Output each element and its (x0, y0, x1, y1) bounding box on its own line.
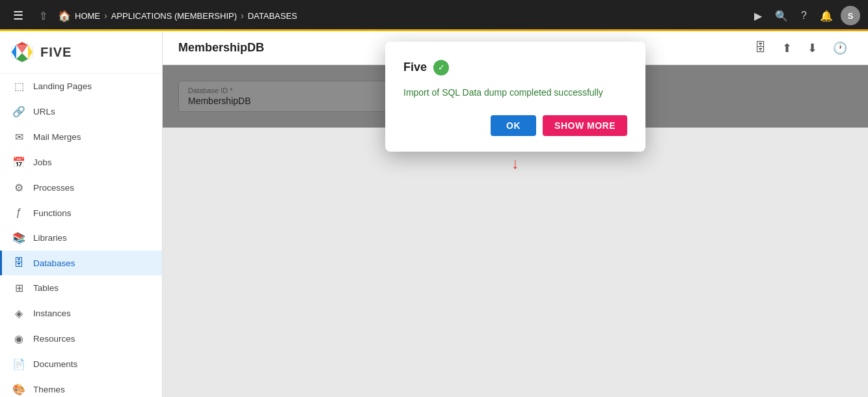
sidebar-label-landing-pages: Landing Pages (33, 81, 92, 91)
sidebar-item-jobs[interactable]: 📅 Jobs (0, 150, 162, 175)
header-actions: 🗄 ⬆ ⬇ 🕐 (750, 38, 852, 58)
upload-icon-btn[interactable]: ⬆ (777, 38, 797, 58)
sidebar-logo: FIVE (0, 31, 162, 74)
sidebar-label-functions: Functions (33, 208, 72, 218)
sidebar-item-mail-merges[interactable]: ✉ Mail Merges (0, 124, 162, 150)
main-content: MembershipDB 🗄 ⬆ ⬇ 🕐 Database ID * Membe… (163, 31, 868, 397)
urls-icon: 🔗 (12, 105, 25, 118)
tables-icon: ⊞ (12, 282, 25, 294)
search-button[interactable]: 🔍 (770, 6, 793, 26)
help-button[interactable]: ? (796, 6, 812, 25)
sidebar-item-tables[interactable]: ⊞ Tables (0, 275, 162, 301)
dialog-title: Five (403, 61, 427, 74)
sidebar-label-jobs: Jobs (33, 157, 52, 167)
sidebar-label-resources: Resources (33, 334, 75, 344)
sidebar-label-tables: Tables (33, 283, 59, 293)
database-icon-btn[interactable]: 🗄 (750, 38, 772, 57)
history-icon-btn[interactable]: 🕐 (828, 38, 852, 58)
hamburger-menu[interactable]: ☰ (8, 6, 29, 25)
breadcrumb: 🏠 HOME › APPLICATIONS (MEMBERSHIP) › DAT… (58, 10, 744, 22)
sidebar-item-landing-pages[interactable]: ⬚ Landing Pages (0, 74, 162, 99)
functions-icon: ƒ (12, 207, 25, 219)
main-layout: FIVE ⬚ Landing Pages 🔗 URLs ✉ Mail Merge… (0, 31, 868, 397)
sidebar-label-urls: URLs (33, 107, 55, 116)
five-logo-icon (10, 40, 34, 64)
sidebar: FIVE ⬚ Landing Pages 🔗 URLs ✉ Mail Merge… (0, 31, 163, 397)
sidebar-item-themes[interactable]: 🎨 Themes (0, 377, 162, 397)
databases-icon: 🗄 (12, 257, 25, 269)
run-button[interactable]: ▶ (749, 6, 767, 26)
sidebar-item-processes[interactable]: ⚙ Processes (0, 175, 162, 200)
sidebar-label-themes: Themes (33, 385, 65, 394)
breadcrumb-applications[interactable]: APPLICATIONS (MEMBERSHIP) (111, 11, 237, 21)
download-icon-btn[interactable]: ⬇ (802, 38, 822, 58)
sidebar-item-resources[interactable]: ◉ Resources (0, 326, 162, 351)
sidebar-label-processes: Processes (33, 183, 74, 193)
sidebar-item-urls[interactable]: 🔗 URLs (0, 99, 162, 124)
dialog-header: Five ✓ (403, 60, 627, 75)
top-navbar: ☰ ⇧ 🏠 HOME › APPLICATIONS (MEMBERSHIP) ›… (0, 0, 868, 31)
dialog-overlay: Five ✓ Import of SQL Data dump completed… (163, 65, 868, 128)
libraries-icon: 📚 (12, 232, 25, 244)
success-check-icon: ✓ (433, 60, 449, 75)
themes-icon: 🎨 (12, 383, 25, 396)
instances-icon: ◈ (12, 307, 25, 320)
sidebar-item-instances[interactable]: ◈ Instances (0, 301, 162, 326)
ok-button[interactable]: OK (491, 115, 536, 136)
documents-icon: 📄 (12, 358, 25, 370)
mail-merges-icon: ✉ (12, 131, 25, 143)
dialog-actions: OK SHOW MORE (403, 115, 627, 136)
main-body: Database ID * MembershipDB ? Five ✓ Impo… (163, 65, 868, 128)
sidebar-item-documents[interactable]: 📄 Documents (0, 351, 162, 377)
breadcrumb-databases[interactable]: DATABASES (248, 11, 297, 21)
sidebar-label-documents: Documents (33, 359, 77, 369)
sidebar-item-functions[interactable]: ƒ Functions (0, 200, 162, 225)
svg-marker-5 (16, 45, 28, 53)
dialog-message: Import of SQL Data dump completed succes… (403, 86, 627, 100)
home-label[interactable]: HOME (75, 11, 100, 21)
sidebar-label-instances: Instances (33, 308, 71, 318)
page-title: MembershipDB (178, 41, 264, 55)
jobs-icon: 📅 (12, 156, 25, 169)
breadcrumb-separator-1: › (104, 10, 107, 21)
sidebar-label-libraries: Libraries (33, 233, 67, 243)
arrow-indicator: ↓ (511, 154, 519, 172)
sidebar-label-databases: Databases (33, 258, 75, 268)
svg-marker-3 (16, 53, 28, 62)
dialog: Five ✓ Import of SQL Data dump completed… (385, 42, 645, 152)
processes-icon: ⚙ (12, 182, 25, 194)
logo-text: FIVE (40, 45, 72, 60)
sidebar-item-libraries[interactable]: 📚 Libraries (0, 225, 162, 251)
landing-pages-icon: ⬚ (12, 80, 25, 92)
notifications-button[interactable]: 🔔 (815, 6, 838, 26)
up-button[interactable]: ⇧ (34, 7, 53, 25)
sidebar-item-databases[interactable]: 🗄 Databases (0, 251, 162, 275)
avatar[interactable]: S (841, 6, 860, 25)
nav-right-actions: ▶ 🔍 ? 🔔 S (749, 6, 860, 26)
breadcrumb-separator-2: › (241, 10, 244, 21)
show-more-button[interactable]: SHOW MORE (543, 115, 627, 136)
resources-icon: ◉ (12, 333, 25, 345)
home-icon: 🏠 (58, 10, 71, 22)
sidebar-label-mail-merges: Mail Merges (33, 132, 81, 142)
